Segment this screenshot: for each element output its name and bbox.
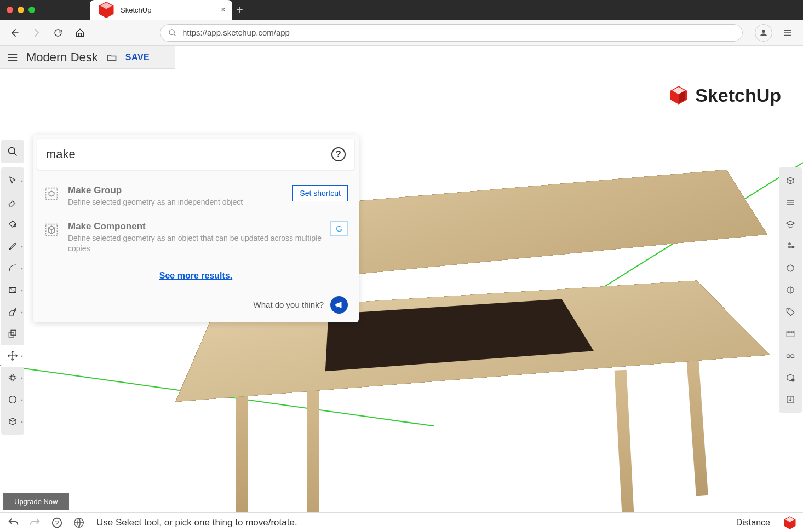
paint-icon <box>8 219 18 229</box>
svg-point-10 <box>787 355 790 358</box>
glasses-icon <box>785 351 795 361</box>
help-button[interactable]: ? <box>49 515 65 530</box>
eraser-tool[interactable] <box>1 192 24 213</box>
search-result-make-component[interactable]: Make Component Define selected geometry … <box>33 215 359 261</box>
left-toolbar: ▸ ▸ ▸ ▸ ▸ ▸ ▸ ▸ ▸ <box>1 167 24 435</box>
search-result-make-group[interactable]: Make Group Define selected geometry as a… <box>33 178 359 215</box>
language-button[interactable] <box>71 515 87 530</box>
arrow-left-icon <box>9 27 20 38</box>
set-shortcut-button[interactable]: Set shortcut <box>292 185 348 201</box>
search-tool-button[interactable] <box>1 140 24 163</box>
forward-button[interactable] <box>28 25 44 41</box>
tab-title: SketchUp <box>121 6 151 14</box>
tape-measure-tool[interactable]: ▸ <box>1 389 24 410</box>
see-more-link[interactable]: See more results. <box>159 271 232 280</box>
svg-rect-9 <box>787 331 794 337</box>
line-tool[interactable]: ▸ <box>1 235 24 257</box>
browser-tab[interactable]: SketchUp × <box>90 0 232 20</box>
search-help-button[interactable]: ? <box>331 147 346 161</box>
undo-button[interactable] <box>5 515 21 530</box>
home-button[interactable] <box>72 25 88 41</box>
tag-icon <box>785 307 795 317</box>
sketchup-icon <box>96 0 116 20</box>
svg-rect-5 <box>11 330 16 335</box>
rectangle-tool[interactable]: ▸ <box>1 279 24 301</box>
offset-icon <box>8 329 18 339</box>
save-button[interactable]: SAVE <box>125 53 150 62</box>
cube-outline-icon <box>785 285 795 295</box>
components-panel[interactable] <box>779 213 802 235</box>
redo-icon <box>29 517 41 529</box>
entity-info-panel[interactable] <box>779 170 802 192</box>
minimize-window-button[interactable] <box>18 7 24 13</box>
arrow-right-icon <box>31 27 42 38</box>
arc-icon <box>8 263 18 273</box>
app-menu-button[interactable] <box>7 51 19 63</box>
orbit-icon <box>8 373 18 383</box>
browser-menu-button[interactable] <box>779 24 796 42</box>
cursor-icon <box>8 176 18 186</box>
svg-point-12 <box>791 379 795 382</box>
open-folder-button[interactable] <box>106 52 118 63</box>
result-title: Make Group <box>68 185 284 196</box>
measurement-label: Distance <box>736 518 770 528</box>
url-bar[interactable]: https://app.sketchup.com/app <box>160 24 743 42</box>
svg-rect-14 <box>46 188 58 200</box>
cube-warning-icon <box>785 373 795 383</box>
section-tool[interactable]: ▸ <box>1 410 24 432</box>
styles-panel[interactable] <box>779 257 802 279</box>
redo-button[interactable] <box>27 515 43 530</box>
glasses-panel[interactable] <box>779 345 802 367</box>
warehouse-panel[interactable] <box>779 389 802 410</box>
section-icon <box>8 417 18 426</box>
result-title: Make Component <box>68 221 322 232</box>
display-panel[interactable] <box>779 323 802 345</box>
maximize-window-button[interactable] <box>28 7 35 13</box>
shortcut-badge: G <box>330 221 348 236</box>
account-panel[interactable] <box>779 367 802 389</box>
search-icon <box>7 146 18 157</box>
box-icon <box>785 263 795 273</box>
component-icon <box>44 222 59 238</box>
tab-close-button[interactable]: × <box>221 5 226 15</box>
search-input[interactable] <box>46 147 331 161</box>
globe-icon <box>73 517 85 529</box>
eraser-icon <box>8 198 18 207</box>
app-header: Modern Desk SAVE <box>0 46 175 69</box>
reload-button[interactable] <box>50 25 66 41</box>
materials-panel[interactable] <box>779 235 802 257</box>
svg-point-0 <box>169 30 174 34</box>
select-tool[interactable]: ▸ <box>1 170 24 192</box>
instructor-panel[interactable] <box>779 192 802 213</box>
paint-bucket-tool[interactable] <box>1 213 24 235</box>
move-tool[interactable]: ▸ <box>1 345 24 367</box>
viewport[interactable]: SketchUp ▸ ▸ ▸ ▸ ▸ ▸ ▸ ▸ ▸ ? <box>0 69 803 512</box>
new-tab-button[interactable]: + <box>237 4 243 16</box>
push-pull-tool[interactable]: ▸ <box>1 301 24 323</box>
back-button[interactable] <box>7 25 22 41</box>
svg-rect-4 <box>9 332 14 337</box>
reload-icon <box>53 28 63 38</box>
account-button[interactable] <box>755 24 772 42</box>
logo-text: SketchUp <box>695 85 781 106</box>
status-text: Use Select tool, or pick one thing to mo… <box>96 517 730 528</box>
upgrade-button[interactable]: Upgrade Now <box>3 493 69 510</box>
feedback-button[interactable] <box>330 296 348 314</box>
close-window-button[interactable] <box>7 7 13 13</box>
url-text: https://app.sketchup.com/app <box>182 28 290 37</box>
svg-point-2 <box>9 148 15 154</box>
scenes-panel[interactable] <box>779 279 802 301</box>
layers-icon <box>785 198 795 207</box>
folder-icon <box>106 52 118 63</box>
svg-point-6 <box>9 376 16 379</box>
orbit-tool[interactable]: ▸ <box>1 367 24 389</box>
undo-icon <box>7 517 19 529</box>
svg-point-1 <box>762 30 765 33</box>
sketchup-icon <box>782 515 798 530</box>
see-more-row: See more results. <box>33 265 359 291</box>
download-icon <box>785 395 795 404</box>
browser-toolbar: https://app.sketchup.com/app <box>0 20 803 46</box>
arc-tool[interactable]: ▸ <box>1 257 24 279</box>
tags-panel[interactable] <box>779 301 802 323</box>
offset-tool[interactable] <box>1 323 24 345</box>
